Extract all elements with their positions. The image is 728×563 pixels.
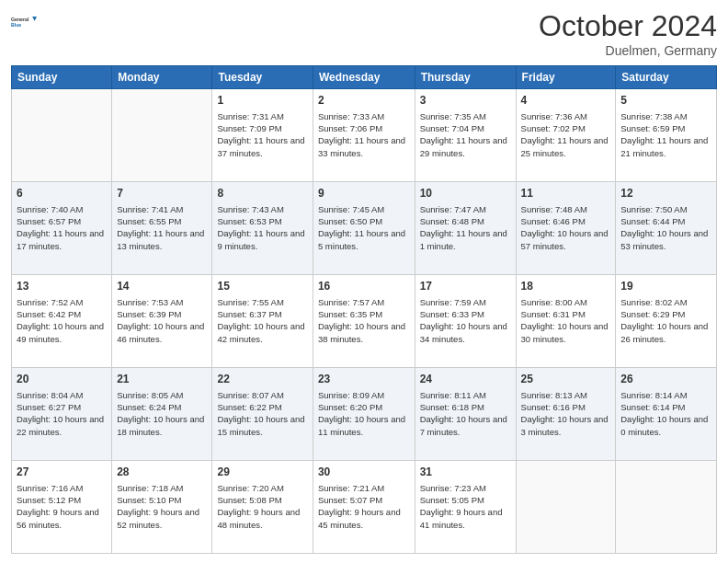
day-info: Sunrise: 8:13 AM Sunset: 6:16 PM Dayligh… (521, 389, 611, 438)
calendar-cell: 1Sunrise: 7:31 AM Sunset: 7:09 PM Daylig… (212, 89, 313, 182)
calendar-cell: 22Sunrise: 8:07 AM Sunset: 6:22 PM Dayli… (212, 368, 313, 461)
day-info: Sunrise: 7:21 AM Sunset: 5:07 PM Dayligh… (318, 482, 410, 531)
day-info: Sunrise: 8:14 AM Sunset: 6:14 PM Dayligh… (620, 389, 711, 438)
day-number: 14 (117, 279, 207, 294)
day-number: 15 (217, 279, 307, 294)
col-header-sunday: Sunday (12, 66, 112, 89)
calendar-cell (112, 89, 212, 182)
calendar-cell: 13Sunrise: 7:52 AM Sunset: 6:42 PM Dayli… (12, 275, 112, 368)
calendar-cell: 7Sunrise: 7:41 AM Sunset: 6:55 PM Daylig… (112, 182, 212, 275)
day-number: 2 (318, 93, 410, 109)
day-info: Sunrise: 8:07 AM Sunset: 6:22 PM Dayligh… (217, 389, 307, 438)
day-number: 19 (620, 279, 711, 294)
day-number: 22 (217, 372, 307, 387)
day-number: 30 (318, 465, 410, 480)
calendar-cell: 19Sunrise: 8:02 AM Sunset: 6:29 PM Dayli… (616, 275, 717, 368)
calendar-week-4: 20Sunrise: 8:04 AM Sunset: 6:27 PM Dayli… (12, 368, 717, 461)
calendar-cell: 23Sunrise: 8:09 AM Sunset: 6:20 PM Dayli… (313, 368, 415, 461)
col-header-tuesday: Tuesday (212, 66, 313, 89)
day-info: Sunrise: 8:11 AM Sunset: 6:18 PM Dayligh… (420, 389, 511, 438)
svg-text:General: General (11, 17, 29, 22)
logo-icon: GeneralBlue (11, 9, 37, 35)
day-number: 16 (318, 279, 410, 294)
svg-marker-2 (32, 17, 37, 21)
calendar-cell: 26Sunrise: 8:14 AM Sunset: 6:14 PM Dayli… (616, 368, 717, 461)
calendar-cell: 5Sunrise: 7:38 AM Sunset: 6:59 PM Daylig… (616, 89, 717, 182)
calendar-cell: 31Sunrise: 7:23 AM Sunset: 5:05 PM Dayli… (415, 461, 516, 554)
day-info: Sunrise: 7:45 AM Sunset: 6:50 PM Dayligh… (318, 203, 410, 252)
calendar-week-3: 13Sunrise: 7:52 AM Sunset: 6:42 PM Dayli… (12, 275, 717, 368)
day-info: Sunrise: 7:40 AM Sunset: 6:57 PM Dayligh… (17, 203, 107, 252)
day-info: Sunrise: 7:35 AM Sunset: 7:04 PM Dayligh… (420, 110, 511, 159)
calendar-cell: 29Sunrise: 7:20 AM Sunset: 5:08 PM Dayli… (212, 461, 313, 554)
calendar-cell: 27Sunrise: 7:16 AM Sunset: 5:12 PM Dayli… (12, 461, 112, 554)
day-number: 27 (17, 465, 107, 480)
day-info: Sunrise: 7:33 AM Sunset: 7:06 PM Dayligh… (318, 110, 410, 159)
day-info: Sunrise: 7:53 AM Sunset: 6:39 PM Dayligh… (117, 296, 207, 345)
header: GeneralBlue October 2024 Duelmen, German… (11, 9, 717, 58)
calendar-cell: 25Sunrise: 8:13 AM Sunset: 6:16 PM Dayli… (516, 368, 616, 461)
calendar-cell: 10Sunrise: 7:47 AM Sunset: 6:48 PM Dayli… (415, 182, 516, 275)
calendar-cell (616, 461, 717, 554)
calendar-week-2: 6Sunrise: 7:40 AM Sunset: 6:57 PM Daylig… (12, 182, 717, 275)
month-title: October 2024 (539, 9, 717, 43)
day-number: 17 (420, 279, 511, 294)
calendar-cell: 30Sunrise: 7:21 AM Sunset: 5:07 PM Dayli… (313, 461, 415, 554)
col-header-friday: Friday (516, 66, 616, 89)
day-number: 12 (620, 186, 711, 201)
day-number: 28 (117, 465, 207, 480)
day-number: 18 (521, 279, 611, 294)
col-header-wednesday: Wednesday (313, 66, 415, 89)
day-number: 29 (217, 465, 307, 480)
calendar-cell: 21Sunrise: 8:05 AM Sunset: 6:24 PM Dayli… (112, 368, 212, 461)
logo: GeneralBlue (11, 9, 37, 35)
calendar-cell: 20Sunrise: 8:04 AM Sunset: 6:27 PM Dayli… (12, 368, 112, 461)
calendar-cell: 16Sunrise: 7:57 AM Sunset: 6:35 PM Dayli… (313, 275, 415, 368)
title-block: October 2024 Duelmen, Germany (539, 9, 717, 58)
day-info: Sunrise: 7:20 AM Sunset: 5:08 PM Dayligh… (217, 482, 307, 531)
day-info: Sunrise: 7:48 AM Sunset: 6:46 PM Dayligh… (521, 203, 611, 252)
day-number: 1 (217, 93, 307, 109)
day-info: Sunrise: 7:18 AM Sunset: 5:10 PM Dayligh… (117, 482, 207, 531)
calendar-cell (12, 89, 112, 182)
col-header-thursday: Thursday (415, 66, 516, 89)
day-info: Sunrise: 7:52 AM Sunset: 6:42 PM Dayligh… (17, 296, 107, 345)
day-info: Sunrise: 7:41 AM Sunset: 6:55 PM Dayligh… (117, 203, 207, 252)
calendar-cell: 18Sunrise: 8:00 AM Sunset: 6:31 PM Dayli… (516, 275, 616, 368)
calendar-week-1: 1Sunrise: 7:31 AM Sunset: 7:09 PM Daylig… (12, 89, 717, 182)
day-info: Sunrise: 7:55 AM Sunset: 6:37 PM Dayligh… (217, 296, 307, 345)
calendar-cell: 3Sunrise: 7:35 AM Sunset: 7:04 PM Daylig… (415, 89, 516, 182)
day-number: 26 (620, 372, 711, 387)
day-info: Sunrise: 8:02 AM Sunset: 6:29 PM Dayligh… (620, 296, 711, 345)
calendar-page: GeneralBlue October 2024 Duelmen, German… (0, 0, 728, 563)
calendar-cell: 28Sunrise: 7:18 AM Sunset: 5:10 PM Dayli… (112, 461, 212, 554)
day-number: 25 (521, 372, 611, 387)
calendar-cell: 4Sunrise: 7:36 AM Sunset: 7:02 PM Daylig… (516, 89, 616, 182)
calendar-cell: 12Sunrise: 7:50 AM Sunset: 6:44 PM Dayli… (616, 182, 717, 275)
day-info: Sunrise: 8:05 AM Sunset: 6:24 PM Dayligh… (117, 389, 207, 438)
day-info: Sunrise: 7:16 AM Sunset: 5:12 PM Dayligh… (17, 482, 107, 531)
calendar-cell: 8Sunrise: 7:43 AM Sunset: 6:53 PM Daylig… (212, 182, 313, 275)
day-number: 5 (620, 93, 711, 109)
day-number: 7 (117, 186, 207, 201)
svg-text:Blue: Blue (11, 22, 21, 28)
day-info: Sunrise: 8:04 AM Sunset: 6:27 PM Dayligh… (17, 389, 107, 438)
header-row: SundayMondayTuesdayWednesdayThursdayFrid… (12, 66, 717, 89)
location: Duelmen, Germany (539, 43, 717, 58)
day-number: 10 (420, 186, 511, 201)
calendar-cell: 11Sunrise: 7:48 AM Sunset: 6:46 PM Dayli… (516, 182, 616, 275)
calendar-cell: 15Sunrise: 7:55 AM Sunset: 6:37 PM Dayli… (212, 275, 313, 368)
col-header-saturday: Saturday (616, 66, 717, 89)
day-number: 24 (420, 372, 511, 387)
day-info: Sunrise: 8:09 AM Sunset: 6:20 PM Dayligh… (318, 389, 410, 438)
day-number: 20 (17, 372, 107, 387)
calendar-cell: 9Sunrise: 7:45 AM Sunset: 6:50 PM Daylig… (313, 182, 415, 275)
day-info: Sunrise: 7:50 AM Sunset: 6:44 PM Dayligh… (620, 203, 711, 252)
day-number: 31 (420, 465, 511, 480)
day-info: Sunrise: 7:36 AM Sunset: 7:02 PM Dayligh… (521, 110, 611, 159)
calendar-cell (516, 461, 616, 554)
day-number: 4 (521, 93, 611, 109)
calendar-cell: 14Sunrise: 7:53 AM Sunset: 6:39 PM Dayli… (112, 275, 212, 368)
day-info: Sunrise: 7:57 AM Sunset: 6:35 PM Dayligh… (318, 296, 410, 345)
day-info: Sunrise: 7:38 AM Sunset: 6:59 PM Dayligh… (620, 110, 711, 159)
